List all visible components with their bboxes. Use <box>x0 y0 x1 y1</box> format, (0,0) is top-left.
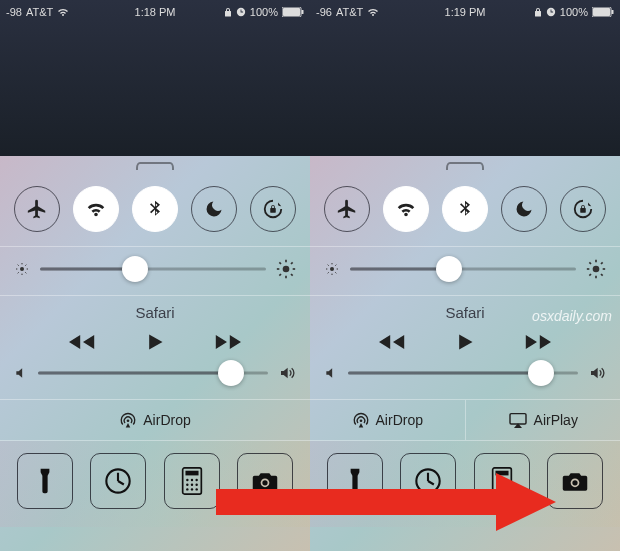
airdrop-button[interactable]: AirDrop <box>0 400 310 440</box>
prev-button[interactable] <box>69 333 97 351</box>
svg-rect-61 <box>495 471 508 476</box>
brightness-slider[interactable] <box>350 257 576 281</box>
bluetooth-toggle[interactable] <box>132 186 178 232</box>
wifi-icon <box>57 7 69 17</box>
brightness-slider[interactable] <box>40 257 266 281</box>
rotation-lock-toggle[interactable] <box>560 186 606 232</box>
svg-point-67 <box>505 484 507 486</box>
svg-line-44 <box>328 265 329 266</box>
play-button[interactable] <box>455 331 475 353</box>
carrier-label: AT&T <box>336 6 363 18</box>
svg-line-18 <box>291 274 293 276</box>
svg-point-3 <box>20 267 24 271</box>
airdrop-label: AirDrop <box>376 412 423 428</box>
toggle-row <box>0 180 310 247</box>
grabber-handle[interactable] <box>446 162 484 170</box>
svg-point-70 <box>505 488 507 490</box>
svg-point-69 <box>501 488 503 490</box>
svg-point-21 <box>127 419 130 422</box>
airplay-icon <box>508 412 528 428</box>
toggle-row <box>310 180 620 247</box>
svg-line-55 <box>589 274 591 276</box>
airdrop-button[interactable]: AirDrop <box>310 400 465 440</box>
next-button[interactable] <box>213 333 241 351</box>
quick-launch-row <box>0 441 310 527</box>
wifi-toggle[interactable] <box>383 186 429 232</box>
signal-strength: -96 <box>316 6 332 18</box>
flashlight-button[interactable] <box>327 453 383 509</box>
svg-line-54 <box>601 274 603 276</box>
svg-point-48 <box>593 266 600 273</box>
bluetooth-toggle[interactable] <box>442 186 488 232</box>
share-row: AirDrop <box>0 400 310 441</box>
lock-icon <box>534 7 542 17</box>
home-screen-dim <box>310 0 620 156</box>
svg-line-11 <box>25 265 26 266</box>
flashlight-button[interactable] <box>17 453 73 509</box>
wifi-toggle[interactable] <box>73 186 119 232</box>
svg-rect-58 <box>510 414 526 424</box>
svg-point-63 <box>501 479 503 481</box>
airplane-toggle[interactable] <box>14 186 60 232</box>
prev-button[interactable] <box>379 333 407 351</box>
svg-point-39 <box>330 267 334 271</box>
svg-point-27 <box>195 479 197 481</box>
timer-button[interactable] <box>90 453 146 509</box>
transport-controls <box>0 331 310 353</box>
control-center: Safari AirDrop <box>310 156 620 551</box>
signal-strength: -98 <box>6 6 22 18</box>
volume-high-icon <box>588 365 606 381</box>
svg-point-12 <box>283 266 290 273</box>
rotation-lock-toggle[interactable] <box>250 186 296 232</box>
airplay-button[interactable]: AirPlay <box>465 400 621 440</box>
grabber-handle[interactable] <box>136 162 174 170</box>
svg-line-17 <box>279 262 281 264</box>
calculator-button[interactable] <box>474 453 530 509</box>
svg-point-65 <box>496 484 498 486</box>
battery-percent: 100% <box>250 6 278 18</box>
clock: 1:18 PM <box>135 6 176 18</box>
watermark: osxdaily.com <box>532 308 612 324</box>
brightness-row <box>310 247 620 296</box>
svg-point-57 <box>359 419 362 422</box>
status-bar: -98 AT&T 1:18 PM 100% <box>0 0 310 22</box>
dnd-toggle[interactable] <box>501 186 547 232</box>
wifi-icon <box>367 7 379 17</box>
dnd-toggle[interactable] <box>191 186 237 232</box>
alarm-icon <box>236 7 246 17</box>
next-button[interactable] <box>523 333 551 351</box>
brightness-row <box>0 247 310 296</box>
camera-button[interactable] <box>547 453 603 509</box>
airplane-toggle[interactable] <box>324 186 370 232</box>
svg-line-8 <box>18 265 19 266</box>
svg-point-26 <box>191 479 193 481</box>
quick-launch-row <box>310 441 620 527</box>
airdrop-icon <box>119 412 137 428</box>
home-screen-dim <box>0 0 310 156</box>
battery-icon <box>282 7 304 17</box>
battery-percent: 100% <box>560 6 588 18</box>
volume-low-icon <box>324 366 338 380</box>
svg-rect-24 <box>185 471 198 476</box>
airdrop-label: AirDrop <box>143 412 190 428</box>
timer-button[interactable] <box>400 453 456 509</box>
volume-slider[interactable] <box>348 361 578 385</box>
airdrop-icon <box>352 412 370 428</box>
transport-controls <box>310 331 620 353</box>
alarm-icon <box>546 7 556 17</box>
status-bar: -96 AT&T 1:19 PM 100% <box>310 0 620 22</box>
phone-right: -96 AT&T 1:19 PM 100% <box>310 0 620 551</box>
svg-point-64 <box>505 479 507 481</box>
svg-rect-1 <box>283 8 300 16</box>
svg-point-72 <box>573 480 578 485</box>
calculator-button[interactable] <box>164 453 220 509</box>
svg-point-66 <box>501 484 503 486</box>
volume-low-icon <box>14 366 28 380</box>
volume-slider[interactable] <box>38 361 268 385</box>
svg-line-9 <box>25 272 26 273</box>
play-button[interactable] <box>145 331 165 353</box>
svg-point-62 <box>496 479 498 481</box>
camera-button[interactable] <box>237 453 293 509</box>
svg-rect-38 <box>612 10 614 14</box>
svg-line-53 <box>589 262 591 264</box>
